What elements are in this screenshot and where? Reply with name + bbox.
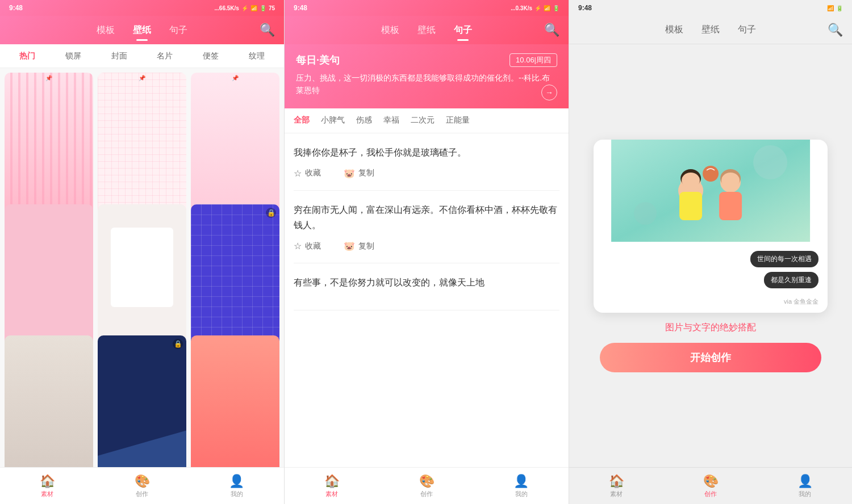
wifi-icon: 📶 [250,5,257,11]
battery-icon: 🔋 [260,5,266,11]
bottom-nav-material-1[interactable]: 🏠 素材 [0,474,95,498]
panel3-subtitle: 图片与文字的绝妙搭配 [665,322,756,334]
bottom-label-material-2: 素材 [325,490,338,498]
quote-copy-2[interactable]: 🐷 复制 [344,241,374,251]
bottom-label-mine-2: 我的 [515,490,528,498]
quote-collect-2[interactable]: ☆ 收藏 [294,241,321,251]
bottom-label-create-1: 创作 [136,490,148,498]
quote-collect-1[interactable]: ☆ 收藏 [294,168,321,179]
cat-tab-temper[interactable]: 小脾气 [321,115,345,125]
sub-nav-note[interactable]: 便签 [188,44,234,68]
status-bar-2: 9:48 ...0.3K/s ⚡ 📶 🔋 [285,0,569,16]
svg-point-1 [753,145,787,179]
star-icon-1: ☆ [294,168,302,179]
panel-create: 9:48 📶 🔋 模板 壁纸 句子 🔍 [569,0,852,504]
status-bar-3: 9:48 📶 🔋 [569,0,852,16]
battery-icon-3: 🔋 [836,5,843,11]
status-icons-1: ...66.5K/s ⚡ 📶 🔋 75 [215,5,275,11]
bottom-nav-material-3[interactable]: 🏠 素材 [569,474,663,498]
nav-wallpaper-2[interactable]: 壁纸 [417,24,436,36]
search-button-3[interactable]: 🔍 [828,23,843,37]
top-nav-3: 模板 壁纸 句子 🔍 [569,16,852,44]
bottom-nav-mine-1[interactable]: 👤 我的 [189,474,284,498]
bottom-nav-mine-3[interactable]: 👤 我的 [758,474,852,498]
quote-item-2: 穷在闹市无人闻，富在深山有远亲。不信你看杯中酒，杯杯先敬有钱人。 ☆ 收藏 🐷 … [294,191,559,263]
quotes-scroll: 我捧你你是杯子，我松手你就是玻璃碴子。 ☆ 收藏 🐷 复制 穷在闹市无人闻，富在… [285,133,569,467]
create-icon-1: 🎨 [135,474,150,489]
battery-icon-2: 🔋 [553,5,559,11]
wifi-icon-3: 📶 [827,5,834,11]
bottom-nav-create-3[interactable]: 🎨 创作 [663,474,758,498]
chat-bubble-1: 世间的每一次相遇 [750,251,818,267]
wallpaper-item-8[interactable]: 🔒 [98,335,186,467]
quote-copy-1[interactable]: 🐷 复制 [344,168,374,179]
cat-tab-sad[interactable]: 伤感 [356,115,372,125]
daily-banner-arrow[interactable]: → [541,85,557,100]
sub-nav-cover[interactable]: 封面 [96,44,142,68]
star-icon-2: ☆ [294,241,302,251]
svg-rect-7 [679,192,702,220]
search-button-1[interactable]: 🔍 [260,23,275,37]
wallpaper-item-7[interactable] [5,335,93,467]
pin-icon-3: 📌 [232,75,239,81]
bottom-nav-create-1[interactable]: 🎨 创作 [95,474,190,498]
nav-template-2[interactable]: 模板 [381,24,399,36]
collect-label-2: 收藏 [305,241,321,251]
nav-template-3[interactable]: 模板 [665,24,683,36]
cat-tabs: 全部 小脾气 伤感 幸福 二次元 正能量 [285,108,569,133]
bluetooth-icon: ⚡ [241,5,248,11]
image-card: 世间的每一次相遇 都是久别重逢 via 金鱼金金 [594,140,828,313]
battery-val-1: 75 [269,5,275,11]
bottom-label-mine-1: 我的 [231,490,243,498]
bluetooth-icon-2: ⚡ [534,5,541,11]
quote-text-2: 穷在闹市无人闻，富在深山有远亲。不信你看杯中酒，杯杯先敬有钱人。 [294,202,559,233]
daily-banner: 每日·美句 10.06|周四 压力、挑战，这一切消极的东西都是我能够取得成功的催… [285,44,569,108]
top-nav-1: 模板 壁纸 句子 🔍 [0,16,284,44]
svg-point-12 [703,166,719,182]
nav-wallpaper-3[interactable]: 壁纸 [701,24,720,36]
pin-icon-2: 📌 [139,75,145,81]
cat-tab-2d[interactable]: 二次元 [411,115,435,125]
nav-template-1[interactable]: 模板 [97,24,115,36]
time-2: 9:48 [294,4,307,12]
bottom-nav-material-2[interactable]: 🏠 素材 [285,474,379,498]
collect-label-1: 收藏 [305,168,321,178]
quote-item-1: 我捧你你是杯子，我松手你就是玻璃碴子。 ☆ 收藏 🐷 复制 [294,133,559,191]
create-icon-2: 🎨 [419,474,435,489]
wallpaper-item-9[interactable] [191,335,279,467]
time-1: 9:48 [9,4,23,12]
nav-sentence-3[interactable]: 句子 [738,24,756,36]
bottom-nav-mine-2[interactable]: 👤 我的 [474,474,569,498]
sub-nav-lock[interactable]: 锁屏 [51,44,97,68]
lock-icon-8: 🔒 [173,339,183,349]
sub-nav-texture[interactable]: 纹理 [233,44,279,68]
time-3: 9:48 [578,4,592,12]
wifi-icon-2: 📶 [544,5,550,11]
svg-point-10 [721,173,740,188]
lock-icon-6: 🔒 [266,208,276,218]
cat-tab-all[interactable]: 全部 [294,115,310,125]
nav-wallpaper-1[interactable]: 壁纸 [133,24,151,36]
quote-text-1: 我捧你你是杯子，我松手你就是玻璃碴子。 [294,145,559,160]
cat-tab-happy[interactable]: 幸福 [383,115,399,125]
bottom-label-material-3: 素材 [610,490,623,498]
create-icon-3: 🎨 [703,474,719,489]
copy-icon-2: 🐷 [344,241,355,251]
sub-nav-card[interactable]: 名片 [142,44,188,68]
status-bar-1: 9:48 ...66.5K/s ⚡ 📶 🔋 75 [0,0,284,16]
nav-sentence-2[interactable]: 句子 [454,24,472,36]
bottom-nav-create-2[interactable]: 🎨 创作 [379,474,474,498]
nav-sentence-1[interactable]: 句子 [169,24,187,36]
panel-wallpaper: 9:48 ...66.5K/s ⚡ 📶 🔋 75 模板 壁纸 句子 🔍 热门 锁… [0,0,284,504]
search-button-2[interactable]: 🔍 [544,23,559,37]
status-icons-3: 📶 🔋 [827,5,843,11]
daily-banner-date: 10.06|周四 [509,53,557,67]
cat-tab-positive[interactable]: 正能量 [446,115,470,125]
bottom-label-create-2: 创作 [420,490,433,498]
sub-nav-hot[interactable]: 热门 [5,44,51,68]
signal-text-2: ...0.3K/s [511,5,532,11]
signal-text-1: ...66.5K/s [215,5,239,11]
status-icons-2: ...0.3K/s ⚡ 📶 🔋 [511,5,559,11]
cta-button[interactable]: 开始创作 [600,343,821,372]
copy-icon-1: 🐷 [344,168,355,179]
